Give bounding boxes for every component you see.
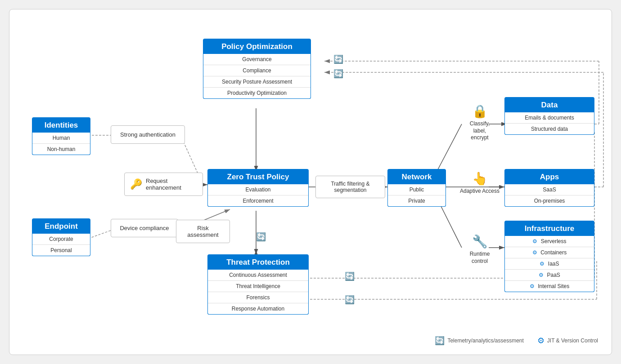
endpoint-row-corporate: Corporate <box>32 234 90 245</box>
data-rows: Emails & documents Structured data <box>504 112 594 135</box>
network-row-1: Private <box>388 195 446 206</box>
traffic-filtering-box: Traffic filtering & segmentation <box>315 176 385 198</box>
jit-icon-infra-4: ⚙ <box>530 283 535 289</box>
infra-row-3: ⚙ PaaS <box>505 270 594 281</box>
request-enhancement-box: 🔑 Request enhancement <box>124 173 203 196</box>
adaptive-access-box: 👆 Adaptive Access <box>457 171 502 195</box>
identities-row-human: Human <box>32 133 90 144</box>
policy-optimization-title: Policy Optimization <box>203 39 311 54</box>
legend-jit-icon: ⚙ <box>537 336 544 346</box>
threat-prot-row-0: Continuous Assessment <box>208 270 308 281</box>
apps-box: Apps SaaS On-premises <box>504 169 594 207</box>
legend-telemetry: 🔄 Telemetry/analytics/assessment <box>435 336 523 346</box>
adaptive-icon: 👆 <box>472 171 488 186</box>
runtime-control-text: Runtime control <box>470 251 490 265</box>
classify-icon: 🔒 <box>472 104 488 119</box>
zero-trust-row-1: Enforcement <box>208 195 308 206</box>
runtime-icon: 🔧 <box>472 234 488 249</box>
policy-optimization-rows: Governance Compliance Security Posture A… <box>203 54 311 99</box>
adaptive-access-text: Adaptive Access <box>460 188 500 195</box>
data-box: Data Emails & documents Structured data <box>504 97 594 135</box>
identities-title: Identities <box>32 117 90 133</box>
diagram-container: Identities Human Non-human Endpoint Corp… <box>9 9 612 355</box>
jit-icon-infra-1: ⚙ <box>532 249 537 256</box>
identities-rows: Human Non-human <box>32 133 90 155</box>
policy-opt-row-0: Governance <box>203 54 310 65</box>
device-compliance-box: Device compliance <box>111 219 178 237</box>
jit-icon-infra-2: ⚙ <box>540 261 544 267</box>
runtime-control-box: 🔧 Runtime control <box>457 234 502 265</box>
apps-row-0: SaaS <box>505 184 594 195</box>
legend-telemetry-label: Telemetry/analytics/assessment <box>447 337 523 344</box>
classify-label-box: 🔒 Classify, label, encrypt <box>457 104 502 142</box>
request-enhancement-text: Request enhancement <box>146 178 181 191</box>
zero-trust-policy-box: Zero Trust Policy Evaluation Enforcement <box>207 169 309 207</box>
policy-opt-row-1: Compliance <box>203 65 310 76</box>
telemetry-icon-4: 🔄 <box>256 232 266 242</box>
risk-assessment-box: Risk assessment <box>176 220 230 243</box>
identities-box: Identities Human Non-human <box>32 117 90 155</box>
classify-label-text: Classify, label, encrypt <box>470 120 490 142</box>
telemetry-icon-1: 🔄 <box>333 54 343 64</box>
device-compliance-text: Device compliance <box>118 225 171 231</box>
threat-prot-row-2: Forensics <box>208 292 308 303</box>
telemetry-icon-2: 🔄 <box>333 69 343 79</box>
infra-row-0: ⚙ Serverless <box>505 236 594 247</box>
traffic-filtering-text: Traffic filtering & segmentation <box>321 181 379 193</box>
legend-jit: ⚙ JIT & Version Control <box>537 336 598 346</box>
svg-line-4 <box>88 230 113 239</box>
telemetry-icon-3: 🔄 <box>345 271 355 281</box>
apps-row-1: On-premises <box>505 195 594 206</box>
zero-trust-rows: Evaluation Enforcement <box>207 184 309 207</box>
apps-rows: SaaS On-premises <box>504 184 594 207</box>
apps-title: Apps <box>504 169 594 184</box>
request-icon: 🔑 <box>130 178 142 190</box>
infrastructure-title: Infrastructure <box>504 221 594 236</box>
endpoint-box: Endpoint Corporate Personal <box>32 218 90 256</box>
infrastructure-rows: ⚙ Serverless ⚙ Containers ⚙ IaaS ⚙ PaaS … <box>504 236 594 292</box>
zero-trust-row-0: Evaluation <box>208 184 308 195</box>
infra-row-4: ⚙ Internal Sites <box>505 281 594 292</box>
strong-auth-box: Strong authentication <box>111 125 185 144</box>
threat-protection-box: Threat Protection Continuous Assessment … <box>207 254 309 315</box>
endpoint-row-personal: Personal <box>32 245 90 256</box>
identities-row-nonhuman: Non-human <box>32 144 90 155</box>
legend: 🔄 Telemetry/analytics/assessment ⚙ JIT &… <box>435 336 598 346</box>
network-row-0: Public <box>388 184 446 195</box>
threat-prot-row-1: Threat Intelligence <box>208 281 308 292</box>
telemetry-icon-5: 🔄 <box>345 295 355 305</box>
threat-protection-rows: Continuous Assessment Threat Intelligenc… <box>207 270 309 315</box>
infra-row-2: ⚙ IaaS <box>505 258 594 270</box>
threat-prot-row-3: Response Automation <box>208 303 308 314</box>
legend-telemetry-icon: 🔄 <box>435 336 445 346</box>
network-title: Network <box>387 169 446 184</box>
endpoint-rows: Corporate Personal <box>32 234 90 256</box>
policy-optimization-box: Policy Optimization Governance Complianc… <box>203 39 311 99</box>
policy-opt-row-2: Security Posture Assessment <box>203 76 310 88</box>
jit-icon-infra-3: ⚙ <box>539 272 544 278</box>
infrastructure-box: Infrastructure ⚙ Serverless ⚙ Containers… <box>504 221 594 292</box>
legend-jit-label: JIT & Version Control <box>547 337 598 344</box>
network-box: Network Public Private <box>387 169 446 207</box>
data-row-1: Structured data <box>505 124 594 134</box>
strong-auth-text: Strong authentication <box>118 131 178 138</box>
risk-assessment-text: Risk assessment <box>182 225 224 238</box>
network-rows: Public Private <box>387 184 446 207</box>
policy-opt-row-3: Productivity Optimization <box>203 88 310 98</box>
jit-icon-infra-0: ⚙ <box>532 238 537 244</box>
infra-row-1: ⚙ Containers <box>505 247 594 258</box>
data-title: Data <box>504 97 594 112</box>
endpoint-title: Endpoint <box>32 218 90 234</box>
data-row-0: Emails & documents <box>505 112 594 124</box>
zero-trust-title: Zero Trust Policy <box>207 169 309 184</box>
threat-protection-title: Threat Protection <box>207 254 309 270</box>
